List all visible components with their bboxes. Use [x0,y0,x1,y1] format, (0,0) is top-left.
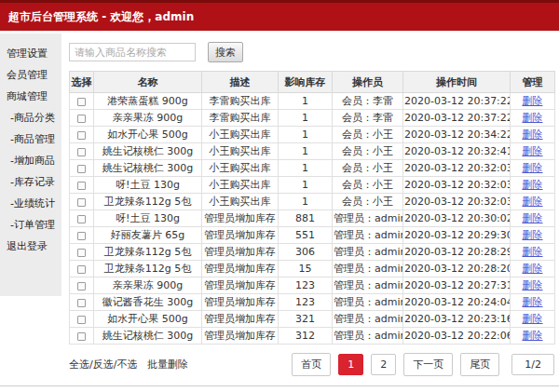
page-title: 超市后台管理系统 - 欢迎您，admin [8,10,194,23]
select-cell [70,110,94,127]
delete-link[interactable]: 删除 [523,330,543,342]
table-row: 姚生记核桃仁 300g小王购买出库1会员：小王2020-03-12 20:32:… [70,160,555,177]
delete-link[interactable]: 删除 [523,212,543,224]
name-cell: 好丽友薯片 65g [94,227,202,244]
manage-cell: 删除 [511,93,555,110]
column-header: 描述 [202,72,279,93]
table-row: 好丽友薯片 65g管理员增加库存551管理员：admin2020-03-12 2… [70,227,555,244]
column-header: 操作时间 [403,72,511,93]
name-cell: 如水开心果 500g [94,311,202,328]
batch-delete-link[interactable]: 批量删除 [147,358,188,371]
operator-cell: 管理员：admin [333,227,403,244]
sidebar-item-6[interactable]: -增加商品 [0,150,61,171]
select-cell [70,177,94,194]
search-bar: 搜索 [69,42,554,62]
stock-cell: 1 [279,93,333,110]
sidebar-item-7[interactable]: -库存记录 [0,171,61,193]
name-cell: 亲亲果冻 900g [94,277,202,294]
desc-cell: 管理员增加库存 [202,328,279,345]
delete-link[interactable]: 删除 [523,229,543,241]
row-checkbox[interactable] [77,249,86,257]
column-header: 影响库存 [279,72,333,93]
delete-link[interactable]: 删除 [523,162,543,174]
search-input[interactable] [69,43,196,61]
select-cell [70,127,94,143]
page-2-button[interactable]: 2 [371,354,396,375]
manage-cell: 删除 [511,227,555,244]
select-cell [70,277,94,294]
manage-cell: 删除 [511,294,555,311]
desc-cell: 管理员增加库存 [202,311,279,328]
row-checkbox[interactable] [77,282,86,291]
row-checkbox[interactable] [77,215,86,223]
operator-cell: 会员：小王 [333,194,403,210]
page-1-button[interactable]: 1 [338,354,363,375]
search-button[interactable]: 搜索 [208,42,243,62]
row-checkbox[interactable] [77,316,86,324]
first-page-button[interactable]: 首页 [292,353,331,376]
table-footer: 全选/反选/不选 批量删除 首页12下一页尾页1/2 [69,353,554,376]
delete-link[interactable]: 删除 [523,128,543,141]
column-header: 管理 [511,72,555,93]
select-cell [70,244,94,261]
name-cell: 呀!土豆 130g [94,177,202,194]
app-header: 超市后台管理系统 - 欢迎您，admin [0,3,559,31]
delete-link[interactable]: 删除 [523,263,543,275]
row-checkbox[interactable] [77,115,86,123]
sidebar-item-10[interactable]: 退出登录 [0,236,61,257]
column-header: 选择 [70,72,94,93]
row-checkbox[interactable] [77,98,86,106]
name-cell: 姚生记核桃仁 300g [94,143,202,160]
table-row: 卫龙辣条112g 5包管理员增加库存306管理员：admin2020-03-12… [70,244,555,261]
next-page-button[interactable]: 下一页 [403,353,453,376]
delete-link[interactable]: 删除 [523,95,543,107]
desc-cell: 管理员增加库存 [202,210,279,227]
name-cell: 如水开心果 500g [94,127,202,143]
select-toggle-links[interactable]: 全选/反选/不选 [69,358,137,371]
delete-link[interactable]: 删除 [523,279,543,291]
time-cell: 2020-03-12 20:32:03 [403,160,511,177]
time-cell: 2020-03-12 20:28:20 [403,261,511,277]
delete-link[interactable]: 删除 [523,313,543,325]
row-checkbox[interactable] [77,131,86,140]
row-checkbox[interactable] [77,265,86,274]
sidebar-item-4[interactable]: -商品分类 [0,107,61,128]
delete-link[interactable]: 删除 [523,112,543,124]
sidebar-item-5[interactable]: -商品管理 [0,128,61,150]
delete-link[interactable]: 删除 [523,179,543,191]
time-cell: 2020-03-12 20:32:03 [403,177,511,194]
stock-cell: 1 [279,194,333,210]
row-checkbox[interactable] [77,232,86,240]
last-page-button[interactable]: 尾页 [460,353,499,376]
delete-link[interactable]: 删除 [523,246,543,258]
manage-cell: 删除 [511,177,555,194]
table-row: 卫龙辣条112g 5包小王购买出库1会员：小王2020-03-12 20:32:… [70,194,555,210]
delete-link[interactable]: 删除 [523,196,543,208]
row-checkbox[interactable] [77,165,86,173]
pagination: 首页12下一页尾页1/2 [284,353,554,376]
delete-link[interactable]: 删除 [523,145,543,157]
stock-cell: 551 [279,227,333,244]
time-cell: 2020-03-12 20:37:22 [403,93,511,110]
sidebar-item-3[interactable]: 商城管理 [0,86,61,107]
sidebar-item-2[interactable]: 会员管理 [0,64,61,86]
time-cell: 2020-03-12 20:32:41 [403,143,511,160]
select-cell [70,294,94,311]
sidebar-item-1[interactable]: 管理设置 [0,43,61,64]
row-checkbox[interactable] [77,198,86,207]
row-checkbox[interactable] [77,182,86,190]
sidebar-item-8[interactable]: -业绩统计 [0,193,61,214]
manage-cell: 删除 [511,311,555,328]
sidebar-item-9[interactable]: -订单管理 [0,214,61,236]
manage-cell: 删除 [511,160,555,177]
select-cell [70,311,94,328]
delete-link[interactable]: 删除 [523,296,543,308]
time-cell: 2020-03-12 20:23:16 [403,311,511,328]
row-checkbox[interactable] [77,299,86,307]
row-checkbox[interactable] [77,332,86,341]
operator-cell: 管理员：admin [333,244,403,261]
row-checkbox[interactable] [77,148,86,156]
operator-cell: 管理员：admin [333,294,403,311]
select-cell [70,328,94,345]
select-cell [70,210,94,227]
